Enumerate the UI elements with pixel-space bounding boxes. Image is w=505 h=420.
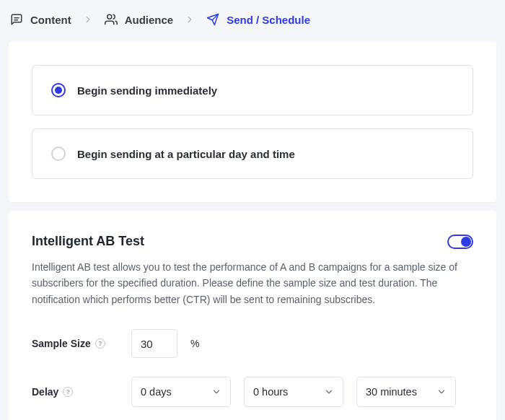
audience-icon <box>105 13 118 26</box>
option-immediate-label: Begin sending immediately <box>77 84 217 97</box>
breadcrumb-step-send[interactable]: Send / Schedule <box>206 13 310 26</box>
sample-size-row: Sample Size ? % <box>32 329 473 358</box>
radio-icon <box>51 146 66 161</box>
delay-label: Delay ? <box>32 386 118 398</box>
option-send-immediately[interactable]: Begin sending immediately <box>32 65 473 115</box>
delay-minutes-value: 30 minutes <box>366 386 417 398</box>
help-icon[interactable]: ? <box>63 387 73 397</box>
breadcrumb-audience-label: Audience <box>125 14 174 26</box>
delay-hours-value: 0 hours <box>253 386 288 398</box>
breadcrumb-content-label: Content <box>30 14 71 26</box>
send-icon <box>206 13 219 26</box>
chevron-right-icon <box>185 14 195 25</box>
help-icon[interactable]: ? <box>95 338 105 349</box>
send-options-card: Begin sending immediately Begin sending … <box>9 42 496 202</box>
ab-test-toggle[interactable] <box>447 235 473 249</box>
ab-test-card: Intelligent AB Test Intelligent AB test … <box>9 211 496 420</box>
content-icon <box>10 13 23 26</box>
chevron-right-icon <box>83 14 93 25</box>
breadcrumb-send-label: Send / Schedule <box>227 14 310 26</box>
ab-test-header: Intelligent AB Test <box>32 234 473 249</box>
delay-hours-select[interactable]: 0 hours <box>244 377 343 407</box>
delay-days-value: 0 days <box>141 386 172 398</box>
option-scheduled-label: Begin sending at a particular day and ti… <box>77 148 295 160</box>
sample-size-label: Sample Size ? <box>32 338 118 349</box>
chevron-down-icon <box>324 387 334 397</box>
chevron-down-icon <box>211 387 221 397</box>
ab-test-title: Intelligent AB Test <box>32 234 144 249</box>
toggle-knob-icon <box>461 237 471 247</box>
delay-minutes-select[interactable]: 30 minutes <box>356 377 456 407</box>
sample-size-unit: % <box>190 338 199 349</box>
delay-label-text: Delay <box>32 386 58 398</box>
delay-row: Delay ? 0 days 0 hours 30 minutes <box>32 377 473 407</box>
chevron-down-icon <box>436 387 447 397</box>
svg-point-2 <box>107 14 111 19</box>
ab-test-description: Intelligent AB test allows you to test t… <box>32 259 473 307</box>
breadcrumb-step-audience[interactable]: Audience <box>105 13 174 26</box>
delay-days-select[interactable]: 0 days <box>131 377 231 407</box>
breadcrumb: Content Audience Send / Schedule <box>0 0 505 42</box>
sample-size-label-text: Sample Size <box>32 338 91 349</box>
radio-icon <box>51 83 66 97</box>
sample-size-input[interactable] <box>131 329 177 358</box>
option-send-scheduled[interactable]: Begin sending at a particular day and ti… <box>32 128 473 179</box>
breadcrumb-step-content[interactable]: Content <box>10 13 71 26</box>
